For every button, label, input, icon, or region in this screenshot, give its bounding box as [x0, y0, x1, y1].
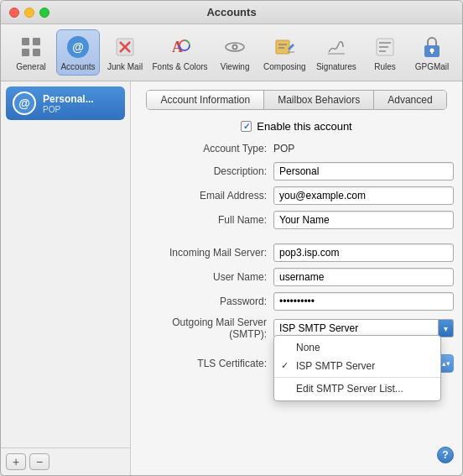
svg-rect-1 — [33, 38, 40, 45]
description-label: Description: — [139, 165, 273, 177]
tls-label: TLS Certificate: — [139, 358, 273, 369]
smtp-row: Outgoing Mail Server (SMTP): ▾ None ISP … — [139, 316, 454, 340]
username-input[interactable] — [273, 268, 454, 286]
toolbar-fonts-colors-label: Fonts & Colors — [152, 62, 207, 71]
tab-bar: Account Information Mailbox Behaviors Ad… — [146, 90, 446, 110]
smtp-option-none[interactable]: None — [274, 338, 440, 357]
help-button[interactable]: ? — [437, 447, 454, 463]
description-row: Description: — [139, 162, 454, 180]
sidebar-accounts-list: @ Personal... POP — [1, 81, 130, 447]
toolbar-rules-label: Rules — [374, 62, 396, 71]
close-button[interactable] — [9, 8, 19, 18]
account-type-value: POP — [273, 141, 294, 156]
gpgmail-icon — [419, 34, 445, 60]
toolbar-fonts-colors[interactable]: A Fonts & Colors — [150, 29, 210, 76]
smtp-label: Outgoing Mail Server (SMTP): — [139, 316, 273, 340]
toolbar-signatures[interactable]: Signatures — [313, 29, 360, 76]
svg-rect-14 — [276, 40, 289, 54]
tab-account-information[interactable]: Account Information — [147, 91, 264, 109]
enable-row: Enable this account — [139, 120, 454, 133]
smtp-dropdown-menu: None ISP SMTP Server Edit SMTP Server Li… — [273, 335, 441, 401]
fonts-colors-icon: A — [167, 34, 194, 60]
enable-account-label: Enable this account — [257, 120, 351, 133]
svg-rect-25 — [431, 50, 433, 54]
toolbar-accounts-label: Accounts — [60, 62, 95, 71]
toolbar-signatures-label: Signatures — [316, 62, 356, 71]
svg-point-13 — [234, 46, 237, 49]
tab-mailbox-behaviors[interactable]: Mailbox Behaviors — [264, 91, 374, 109]
account-name: Personal... — [43, 93, 94, 105]
account-avatar: @ — [13, 92, 36, 115]
toolbar-accounts[interactable]: @ Accounts — [56, 29, 100, 76]
description-input[interactable] — [273, 162, 454, 180]
svg-rect-0 — [22, 38, 29, 45]
svg-rect-3 — [33, 49, 40, 56]
sidebar-footer: + − — [1, 447, 130, 475]
email-row: Email Address: — [139, 186, 454, 205]
minimize-button[interactable] — [24, 8, 34, 18]
toolbar-general[interactable]: General — [9, 29, 53, 76]
bottom-help: ? — [139, 443, 454, 467]
add-account-button[interactable]: + — [6, 453, 26, 470]
full-name-row: Full Name: — [139, 211, 454, 229]
toolbar-junk-mail-label: Junk Mail — [107, 62, 143, 71]
incoming-server-input[interactable] — [273, 243, 454, 262]
email-label: Email Address: — [139, 190, 273, 201]
smtp-option-edit[interactable]: Edit SMTP Server List... — [274, 377, 440, 398]
toolbar-composing-label: Composing — [263, 62, 306, 71]
sidebar: @ Personal... POP + − — [1, 81, 131, 475]
smtp-option-isp[interactable]: ISP SMTP Server — [274, 357, 440, 375]
password-row: Password: — [139, 292, 454, 311]
svg-rect-2 — [22, 49, 29, 56]
main-window: Accounts General @ Accounts — [0, 0, 463, 476]
full-name-label: Full Name: — [139, 214, 273, 226]
maximize-button[interactable] — [39, 8, 49, 18]
form-area: Enable this account Account Type: POP De… — [139, 120, 454, 443]
window-title: Accounts — [206, 6, 256, 18]
toolbar-gpgmail[interactable]: GPGMail — [410, 29, 454, 76]
svg-text:@: @ — [72, 40, 84, 54]
general-icon — [18, 34, 44, 60]
junk-mail-icon — [112, 34, 138, 60]
account-type-label: POP — [43, 105, 94, 114]
password-input[interactable] — [273, 292, 454, 311]
enable-account-checkbox[interactable] — [241, 121, 252, 132]
full-name-input[interactable] — [273, 211, 454, 229]
right-panel: Account Information Mailbox Behaviors Ad… — [131, 81, 462, 475]
toolbar-rules[interactable]: Rules — [363, 29, 407, 76]
composing-icon — [271, 34, 298, 60]
toolbar-viewing-label: Viewing — [221, 62, 250, 71]
sidebar-account-item[interactable]: @ Personal... POP — [6, 86, 125, 120]
toolbar-gpgmail-label: GPGMail — [415, 62, 450, 71]
remove-account-button[interactable]: − — [29, 453, 49, 470]
title-bar: Accounts — [1, 1, 462, 24]
viewing-icon — [221, 34, 248, 60]
main-content: @ Personal... POP + − — [1, 81, 462, 475]
signatures-icon — [323, 34, 350, 60]
window-controls — [9, 8, 49, 18]
account-info: Personal... POP — [43, 93, 94, 114]
accounts-icon: @ — [65, 34, 91, 60]
toolbar-general-label: General — [16, 62, 46, 71]
toolbar-composing[interactable]: Composing — [260, 29, 310, 76]
toolbar: General @ Accounts Junk Mail — [1, 24, 462, 81]
toolbar-junk-mail[interactable]: Junk Mail — [103, 29, 147, 76]
toolbar-viewing[interactable]: Viewing — [213, 29, 257, 76]
username-label: User Name: — [139, 271, 273, 283]
account-type-field-label: Account Type: — [139, 143, 273, 154]
username-row: User Name: — [139, 268, 454, 286]
email-input[interactable] — [273, 186, 454, 205]
tab-advanced[interactable]: Advanced — [374, 91, 445, 109]
smtp-dropdown-button[interactable]: ▾ — [439, 319, 454, 337]
incoming-server-row: Incoming Mail Server: — [139, 243, 454, 262]
account-type-row: Account Type: POP — [139, 141, 454, 156]
incoming-server-label: Incoming Mail Server: — [139, 247, 273, 259]
password-label: Password: — [139, 296, 273, 307]
rules-icon — [372, 34, 398, 60]
